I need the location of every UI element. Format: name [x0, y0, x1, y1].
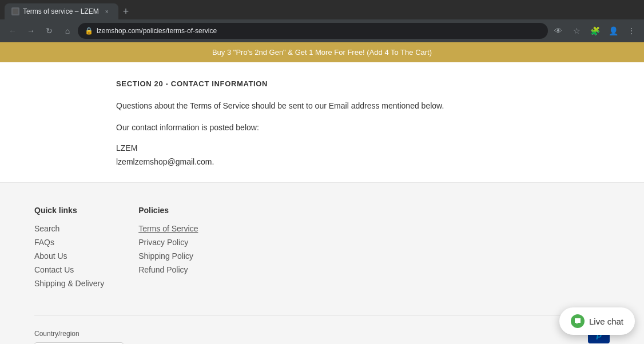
- chat-bubble-icon: [571, 314, 585, 328]
- live-chat-button[interactable]: Live chat: [559, 307, 635, 335]
- policies-heading: Policies: [138, 206, 198, 215]
- country-region-label: Country/region: [34, 330, 124, 338]
- back-icon: ←: [9, 26, 17, 35]
- country-region-selector: Country/region USD $ | Afghanistan ▾: [34, 330, 124, 344]
- section-heading: SECTION 20 - CONTACT INFORMATION: [116, 79, 528, 88]
- menu-icon[interactable]: ⋮: [623, 23, 639, 39]
- reload-button[interactable]: ↻: [41, 23, 57, 39]
- footer-columns: Quick links Search FAQs About Us Contact…: [34, 206, 610, 293]
- page-content: Buy 3 "Pro's 2nd Gen" & Get 1 More For F…: [0, 42, 644, 344]
- tab-close-button[interactable]: ×: [102, 7, 112, 16]
- link-search[interactable]: Search: [34, 224, 104, 233]
- contact-email: lzemlzemshop@gmail.com.: [116, 157, 528, 166]
- link-about-us[interactable]: About Us: [34, 251, 104, 261]
- live-chat-label: Live chat: [589, 317, 623, 326]
- back-button[interactable]: ←: [5, 23, 21, 39]
- home-button[interactable]: ⌂: [59, 23, 75, 39]
- main-section: SECTION 20 - CONTACT INFORMATION Questio…: [105, 62, 539, 182]
- extension-icon[interactable]: 🧩: [587, 23, 603, 39]
- forward-button[interactable]: →: [23, 23, 39, 39]
- link-privacy-policy[interactable]: Privacy Policy: [138, 238, 198, 247]
- address-bar[interactable]: 🔒 lzemshop.com/policies/terms-of-service: [78, 23, 548, 39]
- quick-links-heading: Quick links: [34, 206, 104, 215]
- link-contact-us[interactable]: Contact Us: [34, 265, 104, 274]
- link-faqs[interactable]: FAQs: [34, 238, 104, 247]
- footer: Quick links Search FAQs About Us Contact…: [0, 182, 644, 344]
- section-para2: Our contact information is posted below:: [116, 121, 528, 134]
- reload-icon: ↻: [46, 26, 53, 35]
- tab-favicon: [11, 7, 19, 15]
- star-icon[interactable]: ☆: [569, 23, 585, 39]
- section-para1: Questions about the Terms of Service sho…: [116, 99, 528, 112]
- home-icon: ⌂: [65, 26, 70, 35]
- eye-icon[interactable]: 👁: [550, 23, 566, 39]
- policies-column: Policies Terms of Service Privacy Policy…: [138, 206, 198, 293]
- link-shipping-policy[interactable]: Shipping Policy: [138, 251, 198, 261]
- browser-tab[interactable]: Terms of service – LZEM ×: [5, 3, 118, 19]
- footer-bottom: Country/region USD $ | Afghanistan ▾ P: [34, 315, 610, 344]
- new-tab-button[interactable]: +: [118, 6, 134, 18]
- quick-links-column: Quick links Search FAQs About Us Contact…: [34, 206, 104, 293]
- account-icon[interactable]: 👤: [605, 23, 621, 39]
- lock-icon: 🔒: [85, 27, 93, 35]
- tab-label: Terms of service – LZEM: [23, 7, 99, 15]
- promo-banner: Buy 3 "Pro's 2nd Gen" & Get 1 More For F…: [0, 42, 644, 62]
- link-terms-of-service[interactable]: Terms of Service: [138, 224, 198, 233]
- link-refund-policy[interactable]: Refund Policy: [138, 265, 198, 274]
- link-shipping-delivery[interactable]: Shipping & Delivery: [34, 279, 104, 288]
- url-text: lzemshop.com/policies/terms-of-service: [97, 27, 541, 35]
- svg-rect-0: [13, 9, 18, 14]
- promo-text: Buy 3 "Pro's 2nd Gen" & Get 1 More For F…: [212, 48, 432, 57]
- forward-icon: →: [27, 26, 35, 35]
- company-name: LZEM: [116, 143, 528, 153]
